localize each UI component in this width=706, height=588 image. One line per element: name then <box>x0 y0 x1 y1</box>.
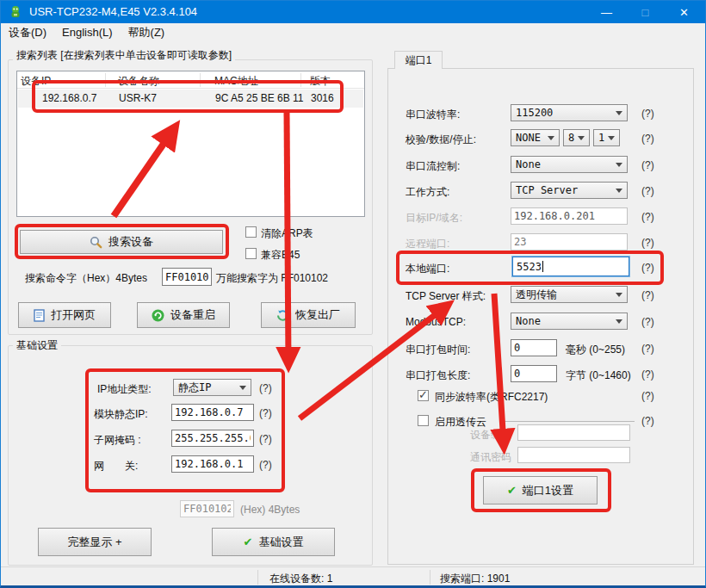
cell-device-ip: 192.168.0.7 <box>42 92 96 104</box>
device-id-input <box>517 424 630 441</box>
pack-time-unit: 毫秒 (0~255) <box>566 343 625 357</box>
chevron-down-icon <box>608 136 615 140</box>
subnet-label: 子网掩码 : <box>94 433 141 448</box>
pack-time-help[interactable]: (?) <box>641 343 654 355</box>
tcp-style-select[interactable]: 透明传输 <box>511 286 628 303</box>
menu-english[interactable]: English(L) <box>54 24 121 40</box>
tcp-style-help[interactable]: (?) <box>641 289 654 301</box>
modbus-select[interactable]: None <box>511 313 628 330</box>
gateway-input[interactable] <box>171 455 254 473</box>
tab-port1[interactable]: 端口1 <box>394 51 443 69</box>
search-cmd-label: 搜索命令字（Hex）4Bytes <box>25 271 147 286</box>
restart-device-label: 设备重启 <box>170 307 215 323</box>
app-window: USR-TCP232-M4,E45 V2.3.4.104 — □ ✕ 设备(D)… <box>0 0 706 588</box>
hex-display-label: (Hex) 4Bytes <box>240 504 300 516</box>
flow-select[interactable]: None <box>511 156 628 173</box>
local-port-help[interactable]: (?) <box>641 262 654 274</box>
close-button[interactable]: ✕ <box>665 1 703 23</box>
cloud-checkbox[interactable] <box>418 415 429 426</box>
cell-version: 3016 <box>311 92 334 104</box>
subnet-input[interactable] <box>171 430 254 447</box>
compat-e45-label: 兼容E45 <box>261 248 300 263</box>
modbus-help[interactable]: (?) <box>641 316 654 328</box>
col-device-ip[interactable]: 设备IP <box>21 74 51 89</box>
maximize-button[interactable]: □ <box>626 1 665 23</box>
pack-len-label: 串口打包长度: <box>406 368 470 383</box>
open-web-button[interactable]: 打开网页 <box>18 302 111 328</box>
full-display-label: 完整显示 + <box>67 535 121 550</box>
remote-port-help[interactable]: (?) <box>641 237 654 249</box>
search-cmd-input[interactable] <box>162 268 212 286</box>
stopbits-value: 1 <box>598 132 604 144</box>
search-group-title: 搜索列表 [在搜索列表中单击设备即可读取参数] <box>13 48 235 63</box>
col-device-name[interactable]: 设备名称 <box>118 74 159 89</box>
cloud-divider <box>504 421 635 422</box>
parity-select[interactable]: NONE <box>511 129 560 146</box>
factory-reset-button[interactable]: 恢复出厂 <box>261 302 356 328</box>
pack-len-help[interactable]: (?) <box>641 368 654 381</box>
flow-label: 串口流控制: <box>406 159 460 174</box>
search-icon <box>90 236 102 249</box>
stopbits-select[interactable]: 1 <box>593 129 620 146</box>
ip-type-label: IP地址类型: <box>97 382 152 397</box>
baud-help[interactable]: (?) <box>641 108 654 120</box>
baud-label: 串口波特率: <box>406 108 460 122</box>
gateway-label: 网 关: <box>94 459 138 473</box>
baud-select[interactable]: 115200 <box>511 104 628 121</box>
device-list-header: 设备IP 设备名称 MAC地址 版本 <box>17 71 364 89</box>
flow-value: None <box>516 158 541 170</box>
full-display-button[interactable]: 完整显示 + <box>38 528 152 556</box>
col-version[interactable]: 版本 <box>310 74 331 89</box>
clear-arp-checkbox[interactable] <box>245 226 257 238</box>
basic-set-button[interactable]: ✔ 基础设置 <box>212 528 335 556</box>
port1-set-button[interactable]: ✔ 端口1设置 <box>483 476 598 504</box>
sync-baud-help[interactable]: (?) <box>641 390 654 402</box>
menu-device[interactable]: 设备(D) <box>1 23 54 42</box>
chevron-down-icon <box>578 136 585 140</box>
subnet-help[interactable]: (?) <box>259 433 272 445</box>
online-device-count: 在线设备数: 1 <box>269 572 332 586</box>
ip-type-help[interactable]: (?) <box>259 382 272 394</box>
check-icon: ✔ <box>244 535 253 548</box>
checkmark-icon: ✓ <box>418 388 428 401</box>
table-row[interactable]: 192.168.0.7 USR-K7 9C A5 25 BE 6B 11 301… <box>18 90 363 108</box>
restart-device-button[interactable]: 设备重启 <box>137 302 230 328</box>
basic-set-label: 基础设置 <box>258 535 303 550</box>
target-ip-help[interactable]: (?) <box>641 211 654 223</box>
password-input <box>517 447 630 463</box>
status-bar: 在线设备数: 1 搜索端口: 1901 <box>1 566 705 586</box>
compat-e45-checkbox[interactable] <box>245 248 257 259</box>
cloud-help[interactable]: (?) <box>641 415 654 427</box>
gateway-help[interactable]: (?) <box>259 459 272 471</box>
parity-help[interactable]: (?) <box>641 133 654 145</box>
parity-label: 校验/数据/停止: <box>406 133 476 147</box>
col-mac[interactable]: MAC地址 <box>214 74 258 89</box>
pack-len-input[interactable] <box>511 365 557 382</box>
modbus-label: ModbusTCP: <box>406 316 466 328</box>
device-id-label: 设备编号 <box>470 428 511 443</box>
target-ip-input <box>511 207 628 225</box>
databits-select[interactable]: 8 <box>563 129 590 146</box>
device-list: 设备IP 设备名称 MAC地址 版本 192.168.0.7 USR-K7 9C… <box>16 71 365 217</box>
hex-display-field <box>180 500 234 517</box>
work-mode-help[interactable]: (?) <box>641 185 654 197</box>
clear-arp-label: 清除ARP表 <box>261 226 313 241</box>
search-device-button[interactable]: 搜索设备 <box>20 230 223 254</box>
sync-baud-checkbox[interactable]: ✓ <box>418 390 429 401</box>
ip-type-select[interactable]: 静态IP <box>173 379 251 396</box>
menu-help[interactable]: 帮助(Z) <box>121 23 173 42</box>
remote-port-input <box>511 233 628 251</box>
work-mode-select[interactable]: TCP Server <box>511 182 628 199</box>
search-cmd-hint: 万能搜索字为 FF010102 <box>216 271 328 286</box>
chevron-down-icon <box>616 163 622 167</box>
local-port-input[interactable]: 5523 <box>512 257 629 276</box>
static-ip-help[interactable]: (?) <box>259 407 272 419</box>
pack-time-input[interactable] <box>511 339 557 356</box>
work-mode-value: TCP Server <box>516 184 578 196</box>
open-web-label: 打开网页 <box>51 307 96 323</box>
static-ip-input[interactable] <box>171 404 254 421</box>
flow-help[interactable]: (?) <box>641 159 654 171</box>
target-ip-label: 目标IP/域名: <box>406 211 462 226</box>
chevron-down-icon <box>616 293 622 297</box>
minimize-button[interactable]: — <box>587 1 626 23</box>
